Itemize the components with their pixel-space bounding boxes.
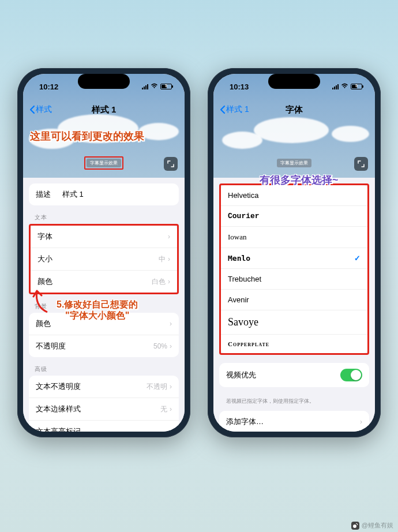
font-option-courier[interactable]: Courier [221, 206, 367, 227]
back-button[interactable]: 样式 [29, 104, 52, 115]
bg-color-label: 颜色 [36, 319, 51, 329]
adv-edge-row[interactable]: 文本边缘样式 无› [29, 398, 179, 421]
annotation-right-top: 有很多字体选择~ [260, 174, 339, 187]
description-card: 描述 样式 1 [29, 183, 179, 205]
font-option-savoye[interactable]: Savoye [221, 310, 367, 335]
video-priority-card: 视频优先 [219, 363, 369, 387]
nav-bar: 样式 样式 1 [23, 99, 185, 120]
chevron-right-icon: › [360, 418, 362, 426]
content-right: Helvetica Courier Iowan Menlo✓ Trebuchet… [213, 178, 375, 432]
notch [268, 74, 320, 89]
battery-icon: 5 [351, 84, 362, 89]
back-button[interactable]: 样式 1 [219, 104, 249, 115]
svg-point-0 [353, 524, 356, 528]
chevron-right-icon: › [168, 278, 170, 286]
chevron-right-icon: › [168, 255, 170, 263]
screen-left: 10:12 5 样式 样式 1 [23, 74, 185, 432]
chevron-right-icon: › [170, 383, 172, 391]
signal-icon [142, 84, 148, 89]
notch [78, 74, 130, 89]
watermark: @鲤鱼有娱 [351, 521, 393, 530]
chevron-right-icon: › [170, 405, 172, 413]
add-font-row[interactable]: 添加字体… › [219, 411, 369, 432]
desc-label: 描述 [36, 189, 51, 200]
font-option-menlo[interactable]: Menlo✓ [221, 248, 367, 269]
font-list-card: Helvetica Courier Iowan Menlo✓ Trebuchet… [221, 185, 367, 353]
font-option-iowan[interactable]: Iowan [221, 227, 367, 248]
size-label: 大小 [37, 254, 52, 264]
checkmark-icon: ✓ [354, 254, 361, 263]
adv-edge-value: 无 [160, 404, 167, 414]
text-section-highlight: 字体 › 大小 中› 颜色 白色› [29, 224, 179, 294]
video-priority-note: 若视频已指定字体，则使用指定字体。 [219, 395, 369, 411]
adv-opacity-label: 文本不透明度 [36, 381, 81, 392]
font-option-avenir[interactable]: Avenir [221, 290, 367, 310]
font-option-trebuchet[interactable]: Trebuchet [221, 269, 367, 290]
text-card: 字体 › 大小 中› 颜色 白色› [31, 226, 177, 293]
size-row[interactable]: 大小 中› [31, 248, 177, 271]
back-label: 样式 [36, 104, 52, 115]
nav-bar: 样式 1 字体 [213, 99, 375, 120]
preview-caption: 字幕显示效果 [277, 159, 311, 167]
chevron-left-icon [29, 105, 36, 114]
font-row[interactable]: 字体 › [31, 226, 177, 248]
watermark-text: @鲤鱼有娱 [362, 521, 393, 530]
chevron-right-icon: › [170, 320, 172, 328]
wifi-icon [341, 83, 348, 90]
bg-opacity-value: 50% [153, 342, 167, 350]
nav-title: 样式 1 [92, 104, 117, 115]
adv-opacity-value: 不透明 [147, 382, 167, 392]
phone-right: 10:13 5 样式 1 字体 [208, 68, 381, 437]
color-label: 颜色 [37, 276, 52, 287]
status-time: 10:13 [230, 83, 249, 91]
chevron-right-icon: › [168, 233, 170, 241]
preview-highlight-box: 字幕显示效果 [84, 156, 123, 170]
annotation-left-step: 5.修改好自己想要的 "字体大小颜色" [57, 299, 138, 321]
screen-right: 10:13 5 样式 1 字体 [213, 74, 375, 432]
video-priority-label: 视频优先 [226, 370, 256, 380]
chevron-right-icon: › [170, 342, 172, 350]
adv-edge-label: 文本边缘样式 [36, 404, 81, 414]
add-font-card: 添加字体… › [219, 411, 369, 432]
phone-left: 10:12 5 样式 样式 1 [17, 68, 190, 437]
chevron-left-icon [219, 105, 226, 114]
description-row[interactable]: 描述 样式 1 [29, 183, 179, 205]
adv-highlight-row[interactable]: 文本高亮标记 › [29, 421, 179, 432]
adv-opacity-row[interactable]: 文本不透明度 不透明› [29, 376, 179, 398]
nav-title: 字体 [286, 104, 303, 115]
preview-caption: 字幕显示效果 [87, 159, 121, 167]
chevron-right-icon: › [170, 428, 172, 432]
status-time: 10:12 [39, 83, 58, 91]
signal-icon [332, 84, 339, 89]
adv-card: 文本不透明度 不透明› 文本边缘样式 无› 文本高亮标记 › [29, 376, 179, 432]
expand-button[interactable] [164, 157, 178, 171]
color-value: 白色 [152, 277, 166, 287]
expand-icon [167, 160, 174, 167]
status-icons: 5 [332, 83, 362, 90]
video-priority-toggle[interactable] [340, 369, 362, 381]
size-value: 中 [159, 254, 166, 264]
font-option-helvetica[interactable]: Helvetica [221, 185, 367, 206]
font-option-copperplate[interactable]: Copperplate [221, 335, 367, 353]
section-adv-label: 高级 [29, 365, 179, 376]
video-priority-row: 视频优先 [219, 363, 369, 387]
desc-value: 样式 1 [51, 189, 172, 200]
add-font-label: 添加字体… [226, 417, 264, 427]
arrow-icon [30, 286, 53, 315]
expand-icon [358, 160, 365, 167]
bg-opacity-label: 不透明度 [36, 341, 66, 351]
bg-opacity-row[interactable]: 不透明度 50%› [29, 335, 179, 357]
wifi-icon [151, 83, 158, 90]
annotation-left-top: 这里可以看到更改的效果 [30, 130, 144, 143]
status-icons: 5 [142, 83, 172, 90]
font-list-highlight: Helvetica Courier Iowan Menlo✓ Trebuchet… [219, 183, 369, 355]
expand-button[interactable] [354, 157, 368, 171]
font-label: 字体 [37, 231, 52, 242]
section-text-label: 文本 [29, 213, 179, 224]
weibo-icon [351, 522, 359, 530]
battery-icon: 5 [160, 84, 172, 89]
adv-highlight-label: 文本高亮标记 [36, 426, 81, 432]
back-label: 样式 1 [226, 104, 249, 115]
